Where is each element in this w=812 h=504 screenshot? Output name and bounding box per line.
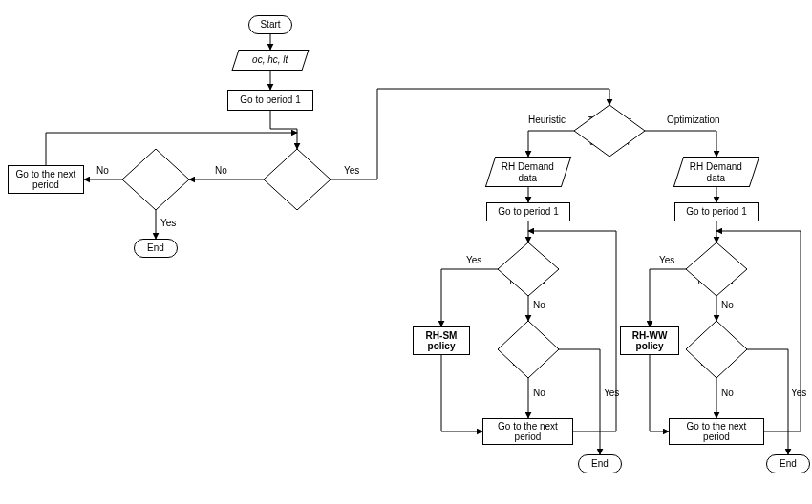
end-heuristic-label: End — [591, 458, 609, 470]
edge-label-h-last-no: No — [533, 388, 545, 398]
svg-marker-14 — [122, 149, 189, 210]
go-next-period-main-label: Go to the nextperiod — [16, 169, 76, 191]
edge-label-o-last-yes: Yes — [791, 388, 806, 398]
end-optimization: End — [766, 454, 810, 473]
rh-demand-data-heuristic-label: RH Demanddata — [502, 161, 554, 183]
rh-demand-data-optimization: RH Demanddata — [673, 157, 759, 187]
go-to-period-1-optimization-label: Go to period 1 — [686, 206, 746, 218]
inputs-io: oc, hc, lt — [231, 50, 309, 71]
start-label: Start — [260, 19, 280, 31]
edge-label-o-inv-no: No — [721, 300, 734, 310]
edge-label-invneeded-no: No — [215, 165, 227, 176]
edge-label-h-inv-yes: Yes — [466, 255, 481, 265]
go-to-period-1-optimization: Go to period 1 — [674, 202, 759, 221]
is-last-period-heuristic: Is it thelastperiod? — [498, 321, 559, 378]
edge-label-o-last-no: No — [721, 388, 734, 398]
rh-sm-policy: RH-SMpolicy — [413, 326, 470, 355]
inputs-label: oc, hc, lt — [252, 54, 288, 66]
go-next-period-main: Go to the nextperiod — [8, 165, 84, 194]
end-optimization-label: End — [780, 458, 797, 470]
edge-label-invneeded-yes: Yes — [344, 165, 359, 176]
edge-label-h-inv-no: No — [533, 300, 545, 310]
rh-ww-policy-label: RH-WWpolicy — [632, 330, 668, 352]
svg-marker-17 — [498, 321, 559, 378]
flowchart-canvas: Start oc, hc, lt Go to period 1 Isinvent… — [0, 0, 812, 504]
svg-marker-18 — [686, 242, 747, 296]
svg-marker-15 — [574, 105, 645, 157]
edge-label-lastperiod-no: No — [96, 165, 109, 176]
is-inventory-needed-main: Isinventoryneeded? — [264, 149, 331, 210]
go-next-period-optimization-label: Go to the nextperiod — [687, 421, 747, 443]
end-main: End — [134, 239, 178, 258]
edge-label-lastperiod-yes: Yes — [160, 218, 176, 228]
is-last-period-optimization: Is it thelastperiod? — [686, 321, 747, 378]
edge-label-h-last-yes: Yes — [604, 388, 619, 398]
rh-sm-policy-label: RH-SMpolicy — [426, 330, 458, 352]
start-terminal: Start — [248, 15, 292, 34]
edge-label-o-inv-yes: Yes — [659, 255, 674, 265]
rh-demand-data-optimization-label: RH Demanddata — [690, 161, 742, 183]
end-main-label: End — [147, 242, 164, 254]
go-next-period-heuristic-label: Go to the nextperiod — [498, 421, 558, 443]
is-last-period-main: Is it thelastperiod? — [122, 149, 189, 210]
is-inventory-needed-optimization: Isinventoryneeded? — [686, 242, 747, 296]
go-next-period-heuristic: Go to the nextperiod — [482, 418, 573, 445]
lot-sizing-approach: Type of lotsizingapproach — [574, 105, 645, 157]
svg-marker-19 — [686, 321, 747, 378]
go-to-period-1-main: Go to period 1 — [227, 90, 313, 111]
rh-demand-data-heuristic: RH Demanddata — [485, 157, 571, 187]
is-inventory-needed-heuristic: Isinventoryneeded? — [498, 242, 559, 296]
rh-ww-policy: RH-WWpolicy — [620, 326, 679, 355]
end-heuristic: End — [578, 454, 622, 473]
go-to-period-1-heuristic-label: Go to period 1 — [498, 206, 558, 218]
go-next-period-optimization: Go to the nextperiod — [669, 418, 764, 445]
svg-marker-13 — [264, 149, 331, 210]
svg-marker-16 — [498, 242, 559, 296]
go-to-period-1-heuristic: Go to period 1 — [486, 202, 570, 221]
go-to-period-1-main-label: Go to period 1 — [240, 94, 300, 106]
edge-label-heuristic: Heuristic — [528, 115, 566, 125]
edge-label-optimization: Optimization — [667, 115, 720, 125]
